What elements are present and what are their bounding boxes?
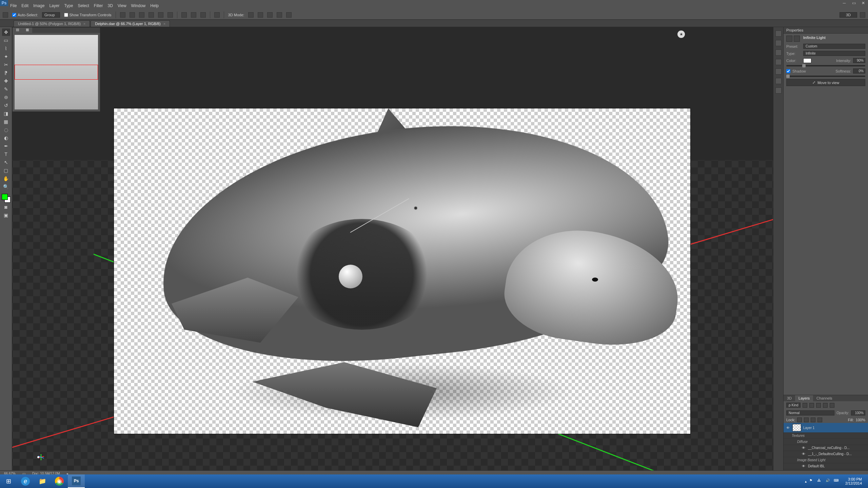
canvas-area[interactable]: ★ ▤▦ [12,27,773,470]
close-icon[interactable]: × [83,22,85,26]
light-widget-ball[interactable] [339,265,362,288]
menu-layer[interactable]: Layer [49,3,59,8]
close-3d-overlay-button[interactable]: ★ [677,30,685,38]
auto-align-icon[interactable] [214,12,220,18]
distribute-3-icon[interactable] [200,12,206,18]
styles-panel-icon[interactable] [775,59,782,65]
gradient-tool[interactable]: ▦ [2,118,10,125]
secondary-view-tab-2[interactable]: ▦ [22,27,32,33]
visibility-toggle-icon[interactable]: 👁 [801,452,806,456]
dodge-tool[interactable]: ◐ [2,134,10,142]
color-panel-icon[interactable] [775,30,782,37]
secondary-view-tab[interactable]: ▤ [13,27,22,33]
orbit-3d-icon[interactable] [248,12,254,18]
tab-3d[interactable]: 3D [784,395,795,401]
axis-orientation-widget[interactable] [36,450,46,460]
marquee-tool[interactable]: ▭ [2,37,10,44]
pen-tool[interactable]: ✒ [2,142,10,150]
lock-all-icon[interactable] [817,418,822,422]
brush-tool[interactable]: ✎ [2,85,10,93]
lock-position-icon[interactable] [811,418,815,422]
window-maximize-button[interactable]: ▭ [849,0,859,6]
doc-tab-1[interactable]: Delphin.dae @ 66.7% (Layer 1, RGB/8) × [91,20,170,27]
artboard[interactable] [114,108,690,434]
zoom-tool[interactable]: 🔍 [2,183,10,190]
layer-name[interactable]: Layer 1 [803,426,814,430]
layer-item[interactable]: 👁 __Charcoal_noCulling - D... [784,445,868,451]
screen-mode-tool[interactable]: ▣ [2,211,10,219]
menu-view[interactable]: View [118,3,126,8]
window-close-button[interactable]: ✕ [859,0,868,6]
tray-up-arrow-icon[interactable]: ▴ [805,480,807,483]
layer-item[interactable]: 👁 __1_-_DefaultnoCulling - D... [784,451,868,457]
crop-tool[interactable]: ✂ [2,61,10,68]
taskbar-clock[interactable]: 3:00 PM 2/12/2014 [842,477,865,485]
layer-item[interactable]: 👁 Layer 1 [784,423,868,433]
lock-pixels-icon[interactable] [804,418,809,422]
visibility-toggle-icon[interactable]: 👁 [786,426,790,430]
tray-keyboard-icon[interactable]: ⌨ [834,479,839,484]
clone-stamp-tool[interactable]: ⊜ [2,94,10,101]
spot-heal-tool[interactable]: ✚ [2,77,10,85]
menu-file[interactable]: File [10,3,17,8]
light-coords-icon[interactable] [794,36,800,42]
zoom-3d-icon[interactable] [286,12,292,18]
menu-window[interactable]: Window [131,3,146,8]
menu-filter[interactable]: Filter [94,3,103,8]
auto-select-dropdown[interactable]: Group [42,12,60,18]
layer-name[interactable]: Default IBL [808,464,825,468]
taskbar-chrome[interactable]: ◉ [51,474,68,488]
auto-select-checkbox[interactable]: Auto-Select: [12,13,38,17]
tray-volume-icon[interactable]: 🔊 [826,479,831,484]
foreground-color[interactable] [2,194,8,200]
doc-tab-0[interactable]: Untitled-1 @ 50% (Polygon 1, RGB/8) × [14,20,90,27]
properties-panel-header[interactable]: Properties [784,27,868,34]
type-tool[interactable]: T [2,150,10,158]
window-minimize-button[interactable]: ─ [840,0,849,6]
filter-smart-icon[interactable] [830,403,834,408]
viewport-3d[interactable]: ★ [12,27,773,470]
hand-tool[interactable]: ✋ [2,175,10,182]
color-swatch[interactable] [2,194,11,203]
search-icon[interactable] [860,12,865,18]
adjustments-panel-icon[interactable] [775,49,782,56]
tab-channels[interactable]: Channels [813,395,835,401]
visibility-toggle-icon[interactable]: 👁 [801,446,806,450]
secondary-view-thumbnail[interactable] [15,35,98,109]
eyedropper-tool[interactable]: ⁋ [2,69,10,77]
shadow-checkbox[interactable] [786,69,790,73]
align-hcenter-icon[interactable] [130,12,135,18]
fill-input[interactable]: 100% [856,418,865,422]
intensity-input[interactable]: 90% [853,58,865,63]
align-bottom-icon[interactable] [167,12,173,18]
scissors-panel-icon[interactable] [775,87,782,94]
taskbar-explorer[interactable]: 📁 [34,474,51,488]
filter-adjust-icon[interactable] [809,403,814,408]
menu-select[interactable]: Select [78,3,89,8]
menu-help[interactable]: Help [150,3,159,8]
layer-kind-filter[interactable]: ρ Kind [786,403,801,408]
move-tool[interactable]: ✥ [2,28,10,36]
roll-3d-icon[interactable] [258,12,263,18]
swatches-panel-icon[interactable] [775,40,782,46]
preset-dropdown[interactable]: Custom [803,44,865,49]
visible-region-rect[interactable] [15,65,98,80]
start-button[interactable]: ⊞ [0,474,17,488]
lasso-tool[interactable]: ⌇ [2,45,10,52]
eraser-tool[interactable]: ◨ [2,110,10,117]
tab-layers[interactable]: Layers [795,395,813,401]
align-right-icon[interactable] [139,12,144,18]
blur-tool[interactable]: ◌ [2,126,10,134]
secondary-view-panel[interactable]: ▤▦ [12,27,100,112]
softness-input[interactable]: 0% [853,68,865,74]
menu-image[interactable]: Image [33,3,44,8]
layer-item[interactable]: 👁 Default IBL [784,463,868,469]
layer-item[interactable]: Diffuse [784,439,868,445]
layer-item[interactable]: Image Based Light [784,457,868,463]
light-endpoint-handle[interactable] [414,206,418,210]
layer-thumbnail[interactable] [792,424,801,431]
layer-name[interactable]: __1_-_DefaultnoCulling - D... [808,452,852,456]
taskbar-photoshop[interactable]: Ps [68,474,85,488]
distribute-v-icon[interactable] [191,12,196,18]
menu-3d[interactable]: 3D [107,3,113,8]
